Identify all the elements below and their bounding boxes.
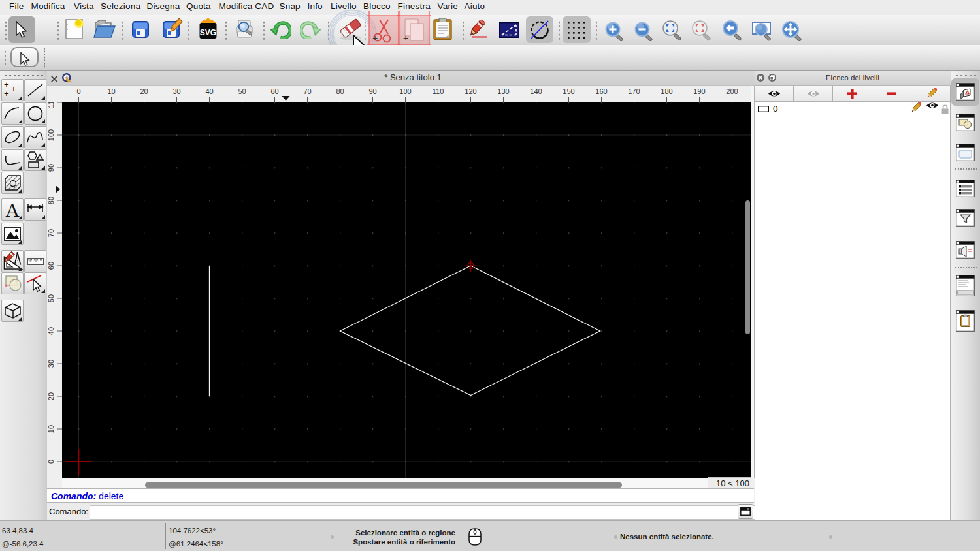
svg-text:90: 90 [47,164,55,172]
svg-text:100: 100 [399,87,411,95]
svg-text:20: 20 [140,87,148,95]
svg-text:10: 10 [47,425,55,433]
svg-text:50: 50 [47,294,55,302]
svg-text:170: 170 [628,87,640,95]
svg-text:+: + [4,80,9,89]
svg-text:A: A [5,199,20,220]
svg-text:100: 100 [47,129,55,141]
svg-text:90: 90 [368,87,376,95]
svg-text:60: 60 [47,262,55,270]
svg-text:120: 120 [465,87,476,95]
svg-text:10: 10 [107,87,115,95]
svg-text:60: 60 [270,87,278,95]
svg-text:110: 110 [433,87,444,95]
svg-text:110: 110 [47,102,55,108]
svg-text:+: + [372,33,378,43]
svg-text:80: 80 [47,197,55,204]
svg-text:SVG: SVG [200,28,216,37]
svg-text:150: 150 [563,87,574,95]
svg-text:50: 50 [238,87,246,95]
svg-text:+: + [403,33,408,43]
svg-text:20: 20 [47,392,55,400]
svg-text:130: 130 [497,87,509,95]
svg-text:70: 70 [303,87,311,95]
svg-text:80: 80 [336,87,344,95]
svg-text:30: 30 [47,360,55,368]
svg-text:160: 160 [595,87,607,95]
svg-text:180: 180 [661,87,672,95]
svg-text:40: 40 [205,87,213,95]
svg-text:0: 0 [76,87,80,95]
svg-text:200: 200 [726,87,738,95]
svg-text:30: 30 [172,87,180,95]
svg-text:140: 140 [530,87,542,95]
svg-text:70: 70 [47,229,55,237]
svg-text:190: 190 [693,87,705,95]
svg-text:+: + [4,89,9,99]
svg-text:0: 0 [47,460,55,464]
svg-text:+: + [11,84,16,94]
svg-text:40: 40 [47,327,55,335]
